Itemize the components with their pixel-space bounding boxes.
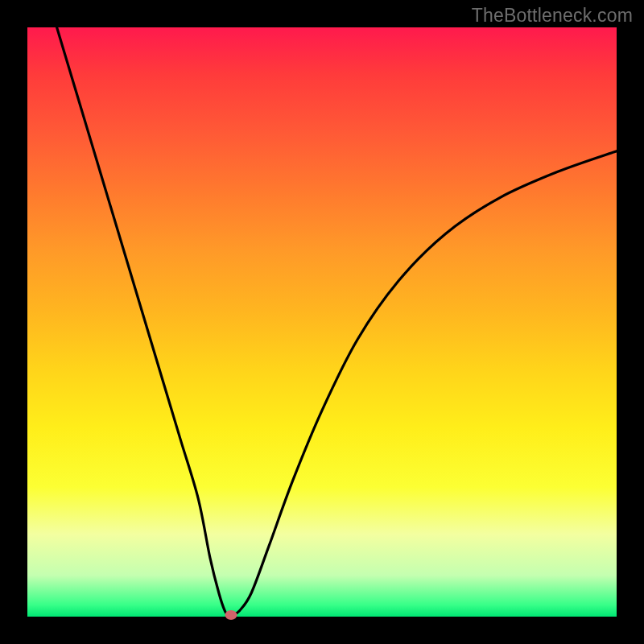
- optimum-marker: [225, 610, 237, 620]
- curve-svg: [27, 27, 617, 617]
- chart-frame: TheBottleneck.com: [0, 0, 644, 644]
- watermark-text: TheBottleneck.com: [472, 5, 633, 27]
- bottleneck-curve: [57, 27, 617, 614]
- plot-area: [27, 27, 617, 617]
